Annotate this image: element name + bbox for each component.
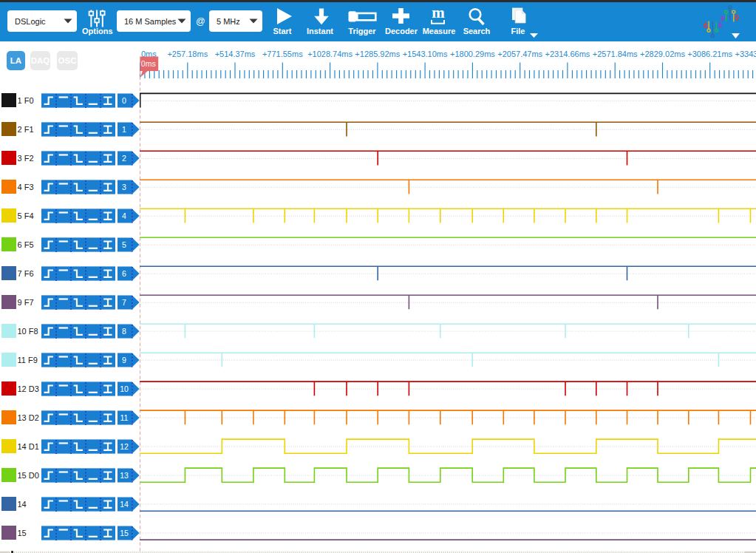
svg-text:+1285.92ms: +1285.92ms [355, 50, 400, 58]
svg-text:+3086.21ms: +3086.21ms [687, 50, 732, 58]
svg-text:12: 12 [120, 442, 129, 451]
svg-text:15: 15 [120, 529, 129, 537]
svg-text:13: 13 [120, 471, 129, 480]
svg-text:5: 5 [122, 240, 126, 249]
svg-text:+771.55ms: +771.55ms [262, 50, 303, 58]
svg-text:11: 11 [120, 413, 129, 422]
svg-text:+257.18ms: +257.18ms [167, 50, 208, 58]
svg-text:2: 2 [122, 154, 126, 163]
svg-text:+1543.10ms: +1543.10ms [403, 50, 448, 58]
svg-text:+1028.74ms: +1028.74ms [307, 50, 353, 58]
svg-text:9: 9 [122, 356, 126, 364]
svg-text:8: 8 [122, 327, 126, 336]
svg-text:+2314.66ms: +2314.66ms [545, 50, 590, 58]
svg-text:7: 7 [122, 298, 126, 307]
svg-text:+1800.29ms: +1800.29ms [450, 50, 495, 58]
svg-text:14: 14 [120, 500, 129, 509]
svg-text:+2829.02ms: +2829.02ms [640, 50, 685, 58]
svg-text:4: 4 [122, 211, 126, 220]
svg-text:+2057.47ms: +2057.47ms [497, 50, 542, 58]
svg-text:+2571.84ms: +2571.84ms [593, 50, 638, 58]
svg-text:1: 1 [122, 125, 126, 134]
svg-text:6: 6 [122, 269, 126, 278]
svg-text:10: 10 [120, 384, 129, 393]
svg-text:+514.37ms: +514.37ms [215, 50, 256, 58]
svg-text:0ms: 0ms [141, 59, 156, 68]
svg-text:+3343.39ms: +3343.39ms [735, 50, 756, 58]
svg-text:0: 0 [122, 97, 126, 106]
svg-text:3: 3 [122, 183, 126, 191]
